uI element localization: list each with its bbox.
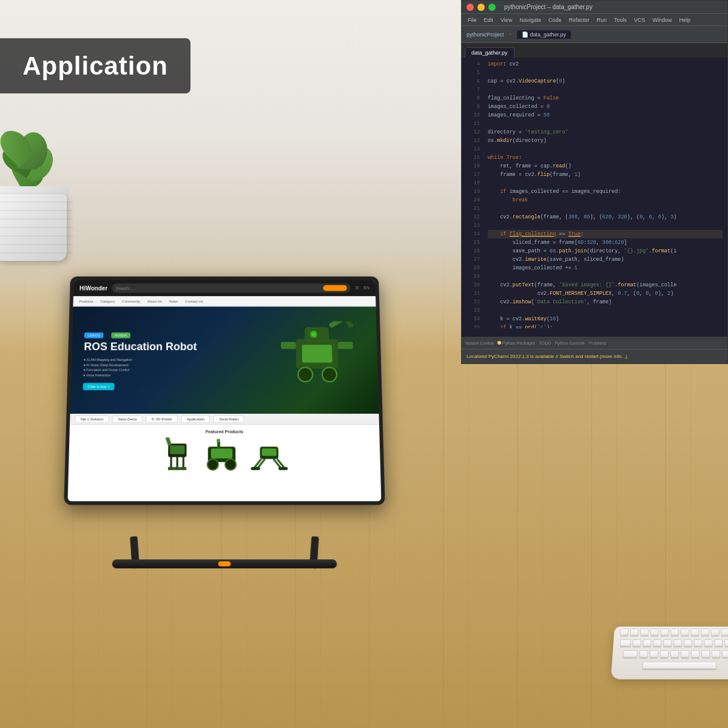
- product-item-3[interactable]: [248, 437, 291, 471]
- code-line: break: [488, 196, 723, 204]
- key[interactable]: [701, 629, 709, 635]
- key[interactable]: [653, 639, 661, 646]
- status-python-console[interactable]: Python Console: [554, 341, 584, 345]
- web-navbar: HiWonder Search... ☰ EN: [73, 280, 376, 296]
- subnav-community[interactable]: Community: [122, 299, 140, 303]
- website-screen: HiWonder Search... ☰ EN Products Categor…: [68, 280, 382, 501]
- code-line: images_collected += 1: [488, 264, 723, 272]
- product-item-1[interactable]: [158, 437, 195, 471]
- window-close-btn[interactable]: [467, 4, 474, 11]
- svg-rect-12: [170, 445, 184, 454]
- key[interactable]: [663, 639, 672, 646]
- subnav-category[interactable]: Category: [100, 299, 115, 303]
- key[interactable]: [642, 639, 651, 646]
- web-search-bar[interactable]: Search...: [112, 283, 351, 292]
- key[interactable]: [660, 629, 669, 635]
- key[interactable]: [701, 650, 709, 658]
- svg-rect-27: [261, 448, 276, 456]
- key[interactable]: [649, 650, 658, 658]
- web-tab-5[interactable]: Send Robot: [214, 415, 244, 422]
- subnav-products[interactable]: Products: [79, 299, 93, 303]
- key[interactable]: [690, 629, 699, 635]
- menu-file[interactable]: File: [465, 17, 480, 23]
- menu-window[interactable]: Window: [650, 17, 675, 23]
- code-line: cv2.putText(frame, 'Saved images: {}'.fo…: [488, 281, 723, 289]
- key[interactable]: [710, 629, 719, 635]
- window-max-btn[interactable]: [488, 4, 496, 11]
- subnav-news[interactable]: News: [169, 299, 178, 303]
- menu-edit[interactable]: Edit: [481, 17, 497, 23]
- ide-tab-file[interactable]: data_gather.py: [465, 47, 514, 58]
- ide-toolbar-file[interactable]: 📄 data_gather.py: [517, 30, 571, 39]
- key[interactable]: [684, 639, 692, 646]
- web-tab-2[interactable]: Save Demo: [112, 415, 143, 422]
- web-tab-3[interactable]: ↻ 3D Printer: [146, 415, 178, 423]
- key[interactable]: [721, 650, 728, 658]
- key[interactable]: [620, 639, 632, 646]
- menu-navigate[interactable]: Navigate: [516, 17, 544, 23]
- ide-tabs: data_gather.py: [462, 43, 727, 58]
- status-python-packages[interactable]: Python Packages: [497, 341, 535, 345]
- web-nav-item-2[interactable]: EN: [363, 286, 369, 291]
- key[interactable]: [640, 629, 649, 635]
- svg-rect-17: [174, 467, 180, 470]
- menu-run[interactable]: Run: [593, 17, 610, 23]
- plant-pot: [0, 164, 73, 261]
- key[interactable]: [622, 650, 638, 658]
- svg-point-4: [298, 368, 312, 382]
- code-line: cap = cv2.VideoCapture(0): [488, 77, 723, 86]
- key[interactable]: [711, 650, 720, 658]
- key[interactable]: [670, 629, 679, 635]
- window-min-btn[interactable]: [477, 4, 485, 11]
- key[interactable]: [673, 639, 682, 646]
- code-line: if k == ord('c'):: [488, 323, 723, 328]
- key[interactable]: [670, 650, 678, 658]
- key[interactable]: [650, 629, 658, 635]
- spacebar-key[interactable]: [642, 662, 716, 669]
- key[interactable]: [724, 639, 728, 646]
- svg-rect-2: [281, 342, 296, 349]
- key[interactable]: [630, 629, 638, 635]
- ide-menubar: File Edit View Navigate Code Refactor Ru…: [462, 14, 727, 26]
- subnav-about[interactable]: About Us: [147, 299, 162, 303]
- svg-rect-21: [211, 448, 232, 458]
- product-item-2[interactable]: [201, 437, 241, 471]
- keyboard-row-1: [614, 627, 728, 636]
- key[interactable]: [690, 650, 699, 658]
- dot-icon: [497, 341, 501, 345]
- pot-body: [0, 194, 67, 261]
- key[interactable]: [639, 650, 647, 658]
- menu-view[interactable]: View: [497, 17, 515, 23]
- hero-cta-btn[interactable]: Click to buy >: [83, 383, 115, 390]
- web-tab-1[interactable]: Tab 1 Solution: [75, 415, 109, 422]
- code-editor-area: 4 5 6 7 8 9 10 11 12 13 14 15 16 17 18 1…: [462, 58, 727, 328]
- menu-code[interactable]: Code: [545, 17, 565, 23]
- status-problems[interactable]: Problems: [588, 341, 607, 345]
- web-nav-item-1[interactable]: ☰: [356, 286, 359, 291]
- key[interactable]: [694, 639, 703, 646]
- code-content[interactable]: import cv2 cap = cv2.VideoCapture(0) fla…: [483, 58, 727, 328]
- menu-refactor[interactable]: Refactor: [565, 17, 592, 23]
- menu-help[interactable]: Help: [676, 17, 694, 23]
- menu-vcs[interactable]: VCS: [631, 17, 649, 23]
- key[interactable]: [680, 650, 689, 658]
- key[interactable]: [721, 629, 728, 635]
- key[interactable]: [714, 639, 723, 646]
- subnav-contact[interactable]: Contact Us: [185, 299, 203, 303]
- status-todo[interactable]: TODO: [539, 341, 551, 345]
- web-search-orange-btn[interactable]: [323, 285, 347, 291]
- ide-project-label: pythonicProject: [467, 32, 504, 38]
- status-version-control[interactable]: Version Control: [465, 341, 494, 345]
- code-line: images_required = 50: [488, 111, 723, 120]
- key[interactable]: [659, 650, 668, 658]
- monitor-container: pythonicProject – data_gather.py File Ed…: [461, 0, 728, 376]
- menu-tools[interactable]: Tools: [611, 17, 630, 23]
- key[interactable]: [680, 629, 689, 635]
- key[interactable]: [704, 639, 712, 646]
- key[interactable]: [619, 629, 628, 635]
- web-subnav: Products Category Community About Us New…: [73, 296, 376, 306]
- svg-point-22: [207, 459, 218, 470]
- application-label-text: Application: [22, 52, 168, 81]
- web-tab-4[interactable]: Application: [181, 415, 211, 422]
- key[interactable]: [633, 639, 641, 646]
